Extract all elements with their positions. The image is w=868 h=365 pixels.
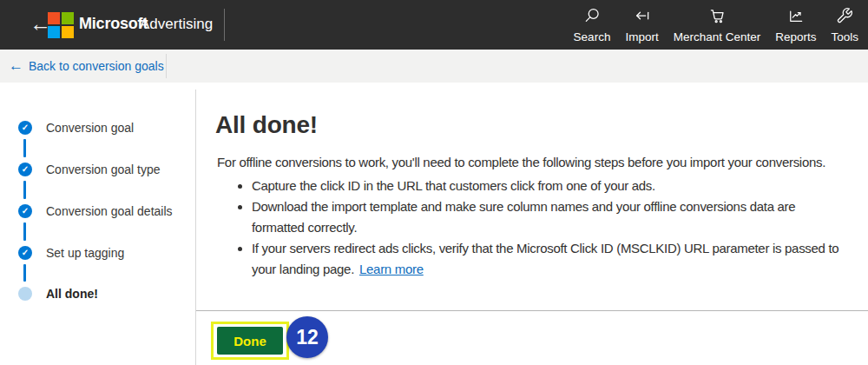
nav-label: Reports bbox=[775, 30, 816, 43]
back-arrow-icon: ← bbox=[9, 60, 23, 72]
step-connector bbox=[23, 264, 26, 282]
nav-label: Tools bbox=[831, 30, 858, 43]
annotation-step-badge: 12 bbox=[286, 316, 328, 358]
step-current-icon bbox=[18, 287, 32, 301]
bullet-text: If your servers redirect ads clicks, ver… bbox=[252, 241, 838, 276]
step-label: Conversion goal bbox=[46, 121, 134, 135]
logo-square-yellow bbox=[62, 26, 74, 38]
step-conversion-goal[interactable]: ✓ Conversion goal bbox=[18, 120, 134, 136]
page-title: All done! bbox=[215, 111, 318, 139]
check-icon: ✓ bbox=[22, 207, 29, 216]
step-complete-icon: ✓ bbox=[18, 246, 32, 260]
brand-advertising: Advertising bbox=[140, 16, 213, 33]
reports-chart-icon bbox=[787, 7, 805, 28]
nav-label: Search bbox=[574, 30, 611, 43]
import-icon bbox=[634, 7, 651, 28]
subheader-divider bbox=[166, 54, 167, 78]
bullet-item: Capture the click ID in the URL that cus… bbox=[252, 176, 845, 196]
bullet-item: If your servers redirect ads clicks, ver… bbox=[252, 238, 845, 280]
learn-more-link[interactable]: Learn more bbox=[359, 262, 424, 276]
check-icon: ✓ bbox=[22, 165, 29, 174]
nav-label: Merchant Center bbox=[674, 30, 761, 43]
back-to-conversion-goals-link[interactable]: ← Back to conversion goals bbox=[9, 50, 164, 83]
step-conversion-goal-type[interactable]: ✓ Conversion goal type bbox=[18, 162, 161, 177]
nav-tools[interactable]: Tools bbox=[831, 7, 858, 43]
step-label: Set up tagging bbox=[46, 246, 124, 260]
intro-text: For offline conversions to work, you'll … bbox=[217, 155, 825, 169]
step-all-done[interactable]: All done! bbox=[18, 286, 98, 302]
brand-microsoft: Microsoft bbox=[79, 15, 148, 33]
tools-wrench-icon bbox=[836, 7, 853, 28]
merchant-center-cart-icon bbox=[708, 7, 726, 28]
app-window: ← Microsoft Advertising Search Import bbox=[0, 0, 868, 365]
nav-reports[interactable]: Reports bbox=[775, 7, 816, 43]
logo-square-blue bbox=[48, 26, 60, 38]
header-nav: Search Import Merchant Center Reports bbox=[574, 7, 858, 43]
step-label: All done! bbox=[46, 287, 98, 301]
step-connector bbox=[23, 139, 26, 157]
sub-header-bar: ← Back to conversion goals bbox=[0, 50, 868, 83]
back-link-label: Back to conversion goals bbox=[29, 59, 164, 73]
step-connector bbox=[23, 181, 26, 199]
search-icon bbox=[583, 7, 601, 28]
logo-square-green bbox=[62, 12, 74, 24]
step-label: Conversion goal details bbox=[46, 204, 173, 218]
nav-label: Import bbox=[625, 30, 658, 43]
nav-import[interactable]: Import bbox=[625, 7, 658, 43]
done-button[interactable]: Done bbox=[217, 327, 283, 355]
logo-square-red bbox=[48, 12, 60, 24]
step-complete-icon: ✓ bbox=[18, 121, 32, 135]
bullet-item: Download the import template and make su… bbox=[252, 196, 845, 238]
step-label: Conversion goal type bbox=[46, 163, 161, 176]
step-conversion-goal-details[interactable]: ✓ Conversion goal details bbox=[18, 203, 173, 219]
steps-bullet-list: Capture the click ID in the URL that cus… bbox=[233, 176, 845, 280]
check-icon: ✓ bbox=[22, 249, 29, 257]
sidebar-divider bbox=[195, 90, 196, 365]
step-set-up-tagging[interactable]: ✓ Set up tagging bbox=[18, 245, 124, 261]
nav-search[interactable]: Search bbox=[574, 7, 611, 43]
microsoft-logo[interactable] bbox=[48, 12, 74, 38]
step-complete-icon: ✓ bbox=[18, 204, 32, 218]
top-header-bar: ← Microsoft Advertising Search Import bbox=[0, 0, 868, 50]
step-connector bbox=[23, 222, 26, 241]
nav-merchant-center[interactable]: Merchant Center bbox=[674, 7, 761, 43]
header-divider bbox=[224, 9, 225, 41]
check-icon: ✓ bbox=[22, 123, 29, 132]
step-complete-icon: ✓ bbox=[18, 163, 32, 176]
footer-divider bbox=[196, 310, 868, 311]
